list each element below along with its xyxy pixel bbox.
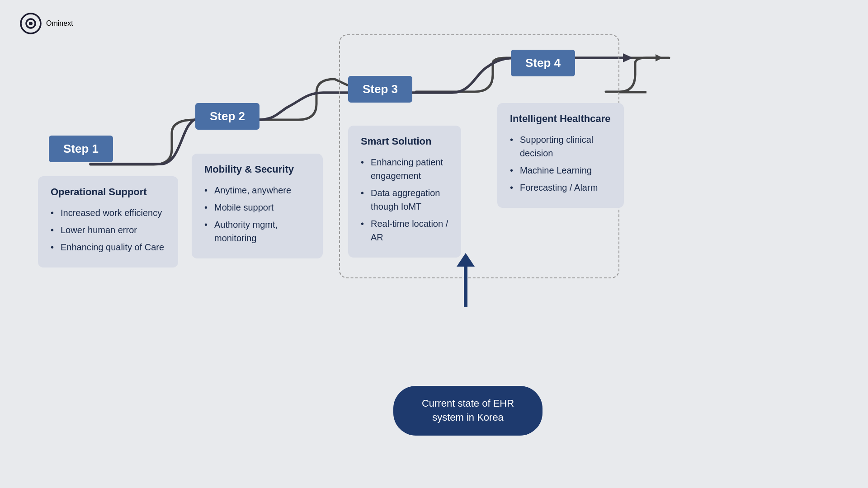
smart-solution-box: Smart Solution Enhancing patient engagem…	[348, 126, 461, 258]
logo-icon	[20, 13, 42, 34]
operational-support-title: Operational Support	[51, 186, 165, 198]
list-item: Supporting clinical decision	[510, 133, 611, 160]
smart-solution-list: Enhancing patient engagement Data aggreg…	[361, 155, 448, 244]
intelligent-healthcare-title: Intelligent Healthcare	[510, 113, 611, 125]
logo: Ominext	[20, 13, 73, 34]
step3-badge: Step 3	[348, 76, 412, 103]
operational-support-box: Operational Support Increased work effic…	[38, 176, 178, 267]
list-item: Forecasting / Alarm	[510, 181, 611, 194]
list-item: Enhancing quality of Care	[51, 240, 165, 254]
mobility-security-list: Anytime, anywhere Mobile support Authori…	[204, 183, 310, 245]
mobility-security-box: Mobility & Security Anytime, anywhere Mo…	[192, 154, 323, 258]
step4-badge: Step 4	[511, 50, 575, 76]
step1-badge: Step 1	[49, 136, 113, 162]
intelligent-healthcare-box: Intelligent Healthcare Supporting clinic…	[497, 103, 624, 208]
list-item: Authority mgmt, monitoring	[204, 218, 310, 245]
operational-support-list: Increased work efficiency Lower human er…	[51, 206, 165, 254]
current-state-box: Current state of EHR system in Korea	[393, 386, 542, 436]
list-item: Real-time location / AR	[361, 217, 448, 244]
smart-solution-title: Smart Solution	[361, 136, 448, 147]
list-item: Enhancing patient engagement	[361, 155, 448, 183]
intelligent-healthcare-list: Supporting clinical decision Machine Lea…	[510, 133, 611, 194]
list-item: Anytime, anywhere	[204, 183, 310, 197]
svg-marker-5	[656, 54, 663, 61]
list-item: Machine Learning	[510, 164, 611, 177]
logo-text: Ominext	[46, 19, 73, 28]
svg-point-2	[29, 22, 33, 25]
list-item: Increased work efficiency	[51, 206, 165, 220]
list-item: Lower human error	[51, 223, 165, 237]
list-item: Mobile support	[204, 201, 310, 214]
svg-marker-6	[623, 53, 633, 62]
list-item: Data aggregation though IoMT	[361, 186, 448, 213]
mobility-security-title: Mobility & Security	[204, 164, 310, 175]
current-state-label: Current state of EHR system in Korea	[422, 398, 514, 423]
step2-badge: Step 2	[195, 103, 259, 130]
